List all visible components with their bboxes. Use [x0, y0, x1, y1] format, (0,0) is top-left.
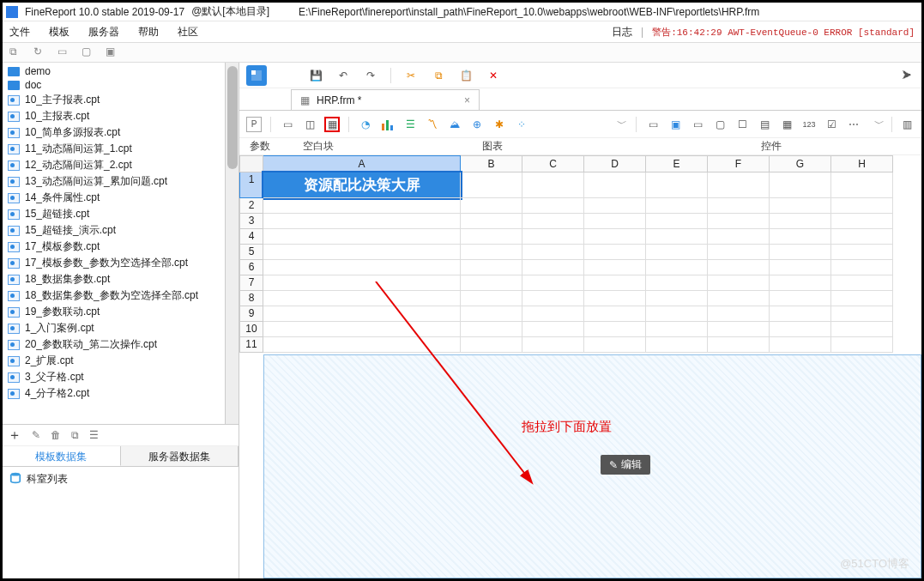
tree-file[interactable]: 13_动态隔间运算_累加问题.cpt	[3, 173, 225, 190]
dataset-list[interactable]: 科室列表	[3, 467, 239, 578]
cell[interactable]	[584, 306, 646, 322]
cell[interactable]	[770, 172, 831, 198]
tree-file[interactable]: 15_超链接_演示.cpt	[3, 222, 225, 239]
tree-file[interactable]: 4_分子格2.cpt	[3, 385, 225, 402]
refresh-icon[interactable]: ↻	[33, 45, 47, 59]
cell[interactable]	[584, 245, 646, 260]
cell[interactable]	[831, 229, 893, 245]
cell[interactable]	[708, 322, 770, 337]
cell[interactable]	[461, 260, 522, 275]
form-drop-zone[interactable]: 拖拉到下面放置 ✎ 编辑	[263, 354, 921, 578]
row-header[interactable]: 2	[239, 198, 263, 214]
cell[interactable]	[522, 322, 584, 337]
line-chart-icon[interactable]: 〽	[425, 117, 440, 132]
tree-file[interactable]: 20_参数联动_第二次操作.cpt	[3, 336, 225, 353]
cell[interactable]	[263, 275, 461, 291]
select-all-cell[interactable]	[239, 155, 263, 172]
save-icon[interactable]: 💾	[308, 68, 323, 83]
menu-template[interactable]: 模板	[49, 25, 69, 39]
row-header[interactable]: 11	[239, 337, 263, 353]
cell[interactable]	[461, 229, 522, 245]
cell[interactable]	[646, 214, 708, 229]
cell[interactable]	[646, 275, 708, 291]
cell[interactable]	[831, 198, 893, 214]
cell[interactable]	[584, 337, 646, 353]
area-chart-icon[interactable]: ⛰	[447, 117, 462, 132]
collapse-icon[interactable]: ⧉	[9, 45, 23, 59]
cell[interactable]	[770, 322, 831, 337]
cell[interactable]	[263, 337, 461, 353]
cell[interactable]	[263, 291, 461, 306]
close-tab-icon[interactable]: ×	[464, 94, 470, 106]
col-header-e[interactable]: E	[646, 155, 708, 172]
cell[interactable]	[831, 172, 893, 198]
tab-template-dataset[interactable]: 模板数据集	[3, 446, 121, 466]
cut-icon[interactable]: ✂	[403, 68, 419, 83]
gear-chart-icon[interactable]: ✱	[492, 117, 507, 132]
cell[interactable]	[584, 229, 646, 245]
cell[interactable]	[708, 245, 770, 260]
cell[interactable]	[522, 306, 584, 322]
tree-file[interactable]: 11_动态隔间运算_1.cpt	[3, 141, 225, 157]
text-widget-icon[interactable]: ▭	[645, 117, 661, 132]
cell[interactable]	[263, 260, 461, 275]
row-header[interactable]: 1	[239, 172, 263, 198]
copy-icon[interactable]: ⧉	[431, 68, 446, 83]
cell[interactable]	[770, 245, 831, 260]
add-icon[interactable]: ＋	[8, 427, 21, 445]
dataset-item[interactable]: 科室列表	[27, 472, 68, 487]
cell[interactable]	[770, 275, 831, 291]
globe-icon[interactable]: ⊕	[469, 117, 485, 132]
cell[interactable]	[831, 322, 893, 337]
delete-icon[interactable]: ✕	[486, 68, 501, 83]
cell[interactable]	[770, 229, 831, 245]
cell[interactable]	[584, 291, 646, 306]
cell[interactable]	[831, 306, 893, 322]
edit-button[interactable]: ✎ 编辑	[601, 455, 650, 475]
cell[interactable]	[708, 198, 770, 214]
cell[interactable]	[522, 291, 584, 306]
tree-file[interactable]: 12_动态隔间运算_2.cpt	[3, 157, 225, 173]
tree-folder[interactable]: doc	[3, 78, 225, 92]
tree-file[interactable]: 19_参数联动.cpt	[3, 304, 225, 320]
col-header-g[interactable]: G	[770, 155, 831, 172]
new-a-icon[interactable]: ▭	[57, 45, 71, 59]
table-widget-icon[interactable]: ▦	[779, 117, 794, 132]
cell[interactable]	[461, 214, 522, 229]
scrollbar-thumb[interactable]	[227, 66, 238, 169]
tree-file[interactable]: 18_数据集参数_参数为空选择全部.cpt	[3, 287, 225, 304]
cell[interactable]	[584, 260, 646, 275]
collapse-right-icon[interactable]: ⮞	[899, 68, 915, 83]
delete-icon[interactable]: 🗑	[51, 429, 61, 441]
cell[interactable]	[831, 260, 893, 275]
edit-icon[interactable]: ✎	[32, 429, 40, 441]
button-widget-icon[interactable]: ▭	[690, 117, 705, 132]
more-widget-icon[interactable]: ▥	[899, 117, 915, 132]
combo-widget-icon[interactable]: ▤	[757, 117, 772, 132]
tree-folder[interactable]: demo	[3, 64, 225, 78]
cell[interactable]	[584, 198, 646, 214]
tree-file[interactable]: 3_父子格.cpt	[3, 369, 225, 385]
col-header-b[interactable]: B	[461, 155, 522, 172]
grid-block-icon[interactable]: ▦	[324, 117, 340, 132]
cell[interactable]	[522, 214, 584, 229]
cell[interactable]	[263, 322, 461, 337]
cell[interactable]	[646, 260, 708, 275]
stacked-bar-icon[interactable]: ☰	[402, 117, 418, 132]
row-header[interactable]: 7	[239, 275, 263, 291]
cell[interactable]	[770, 214, 831, 229]
label-widget-icon[interactable]: ▣	[667, 117, 683, 132]
num123-widget-icon[interactable]: 123	[801, 117, 817, 132]
cell[interactable]	[461, 322, 522, 337]
cluster-icon[interactable]: ⁘	[514, 117, 529, 132]
row-header[interactable]: 9	[239, 306, 263, 322]
tree-scrollbar[interactable]	[225, 63, 239, 424]
designer-mode-icon[interactable]	[246, 65, 267, 86]
widget-group-chevron-icon[interactable]: ﹀	[874, 117, 885, 131]
cell[interactable]	[770, 198, 831, 214]
layout-split-icon[interactable]: ◫	[302, 117, 317, 132]
tab-server-dataset[interactable]: 服务器数据集	[121, 446, 239, 466]
chart-group-chevron-icon[interactable]: ﹀	[617, 117, 627, 131]
cell[interactable]	[461, 172, 522, 198]
cell[interactable]	[708, 214, 770, 229]
